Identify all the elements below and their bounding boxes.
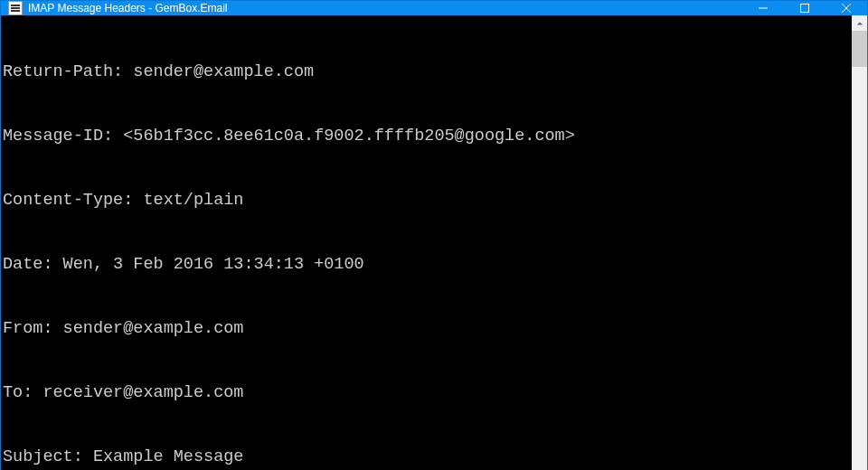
close-icon bbox=[842, 4, 851, 13]
minimize-button[interactable] bbox=[742, 1, 784, 15]
scroll-up-button[interactable] bbox=[852, 15, 867, 31]
console-output[interactable]: Return-Path: sender@example.com Message-… bbox=[1, 15, 852, 470]
scrollbar-thumb[interactable] bbox=[852, 31, 867, 67]
header-line: From: sender@example.com bbox=[3, 318, 850, 340]
close-button[interactable] bbox=[826, 1, 867, 15]
window-titlebar[interactable]: IMAP Message Headers - GemBox.Email bbox=[1, 1, 867, 15]
window-title: IMAP Message Headers - GemBox.Email bbox=[28, 2, 228, 14]
svg-rect-1 bbox=[801, 5, 809, 13]
chevron-up-icon bbox=[856, 20, 863, 27]
header-line: To: receiver@example.com bbox=[3, 382, 850, 404]
header-line: Content-Type: text/plain bbox=[3, 190, 850, 212]
scrollbar-track[interactable] bbox=[852, 31, 867, 470]
content-area: Return-Path: sender@example.com Message-… bbox=[1, 15, 867, 470]
header-line: Date: Wen, 3 Feb 2016 13:34:13 +0100 bbox=[3, 254, 850, 276]
header-line: Message-ID: <56b1f3cc.8ee61c0a.f9002.fff… bbox=[3, 126, 850, 147]
maximize-icon bbox=[800, 4, 809, 13]
header-line: Return-Path: sender@example.com bbox=[3, 61, 850, 83]
vertical-scrollbar[interactable] bbox=[852, 15, 867, 470]
header-line: Subject: Example Message bbox=[3, 446, 850, 468]
application-window: IMAP Message Headers - GemBox.Email Retu… bbox=[0, 0, 868, 470]
app-icon bbox=[8, 1, 23, 15]
maximize-button[interactable] bbox=[784, 1, 826, 15]
window-controls bbox=[742, 1, 867, 15]
minimize-icon bbox=[759, 4, 768, 13]
